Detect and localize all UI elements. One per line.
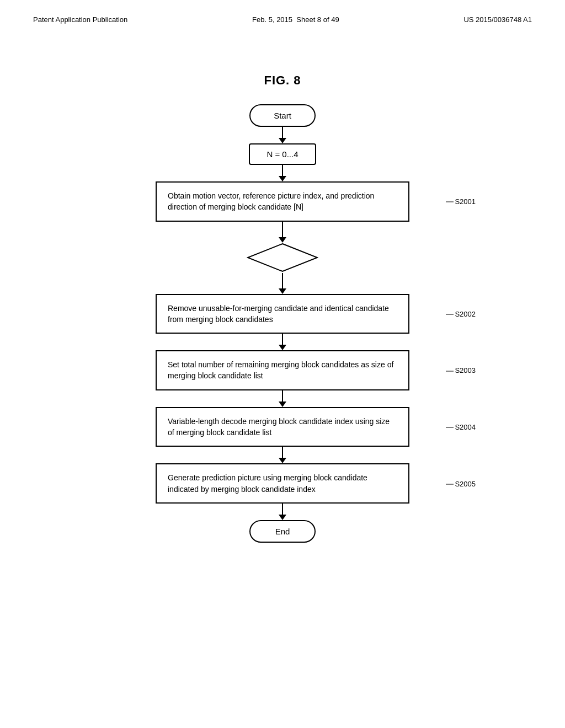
- arrow-2: [282, 165, 283, 177]
- arrow-6: [282, 390, 283, 403]
- end-shape: End: [249, 520, 316, 543]
- figure-title: FIG. 8: [0, 73, 565, 88]
- step-s2004-box: Variable-length decode merging block can…: [156, 407, 409, 447]
- page-header: Patent Application Publication Feb. 5, 2…: [0, 0, 565, 24]
- step-s2005-label: S2005: [446, 479, 476, 488]
- step-s2005-row: Generate prediction picture using mergin…: [89, 463, 476, 504]
- arrow-8: [282, 504, 283, 516]
- step-s2002-label: S2002: [446, 309, 476, 318]
- flowchart: Start N = 0...4 Obtain motion vector, re…: [89, 104, 476, 543]
- step-s2005-box: Generate prediction picture using mergin…: [156, 463, 409, 504]
- arrow-3: [282, 222, 283, 238]
- step-s2003-label: S2003: [446, 366, 476, 374]
- start-shape: Start: [249, 104, 316, 127]
- header-left: Patent Application Publication: [33, 15, 127, 24]
- step-s2004-row: Variable-length decode merging block can…: [89, 407, 476, 447]
- step-s2003-box: Set total number of remaining merging bl…: [156, 350, 409, 390]
- step-s2002-box: Remove unusable-for-merging candidate an…: [156, 294, 409, 334]
- step-s2001-row: Obtain motion vector, reference picture …: [89, 181, 476, 222]
- header-right: US 2015/0036748 A1: [463, 15, 532, 24]
- header-middle: Feb. 5, 2015 Sheet 8 of 49: [252, 15, 339, 24]
- arrow-5: [282, 334, 283, 346]
- step-s2004-label: S2004: [446, 423, 476, 431]
- step-s2001-label: S2001: [446, 197, 476, 206]
- arrow-7: [282, 447, 283, 459]
- step-s2002-row: Remove unusable-for-merging candidate an…: [89, 294, 476, 334]
- n-box: N = 0...4: [249, 143, 316, 165]
- diamond-shape: [247, 243, 318, 273]
- step-s2001-box: Obtain motion vector, reference picture …: [156, 181, 409, 222]
- arrow-1: [282, 127, 283, 139]
- svg-marker-0: [248, 244, 317, 271]
- arrow-4: [282, 273, 283, 290]
- step-s2003-row: Set total number of remaining merging bl…: [89, 350, 476, 390]
